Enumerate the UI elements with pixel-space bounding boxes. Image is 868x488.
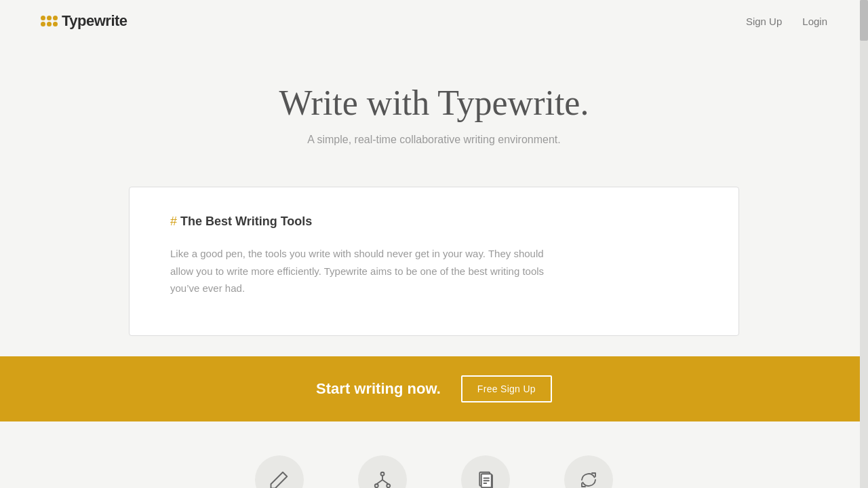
editor-body: Like a good pen, the tools you write wit…: [170, 245, 550, 297]
cta-banner: Start writing now. Free Sign Up: [0, 356, 868, 421]
hero-title: Write with Typewrite.: [14, 83, 854, 123]
feature-item-edit: [255, 455, 304, 488]
nav: Sign Up Login: [746, 16, 827, 27]
heading-hash: #: [170, 214, 177, 228]
sync-icon: [578, 470, 599, 488]
signup-link[interactable]: Sign Up: [746, 16, 782, 27]
feature-item-documents: [461, 455, 510, 488]
logo-dot: [53, 22, 58, 26]
logo-dot: [47, 16, 52, 20]
login-link[interactable]: Login: [802, 16, 827, 27]
fork-icon-circle: [358, 455, 407, 488]
editor-heading: # The Best Writing Tools: [170, 214, 698, 229]
logo-text: Typewrite: [62, 12, 127, 30]
hero-section: Write with Typewrite. A simple, real-tim…: [0, 42, 868, 166]
scrollbar-track[interactable]: [860, 0, 868, 488]
feature-item-sync: [564, 455, 613, 488]
scrollbar-thumb[interactable]: [860, 0, 868, 41]
features-section: [0, 421, 868, 488]
sync-icon-circle: [564, 455, 613, 488]
logo: Typewrite: [41, 12, 127, 30]
logo-dot: [53, 16, 58, 20]
free-signup-button[interactable]: Free Sign Up: [461, 375, 552, 402]
hero-subtitle: A simple, real-time collaborative writin…: [14, 134, 854, 146]
logo-dot: [41, 16, 45, 20]
documents-icon-circle: [461, 455, 510, 488]
cta-text: Start writing now.: [316, 380, 441, 398]
logo-dot: [47, 22, 52, 26]
editor-preview: # The Best Writing Tools Like a good pen…: [129, 187, 739, 336]
svg-line-4: [376, 480, 382, 484]
fork-icon: [372, 470, 393, 488]
heading-text: The Best Writing Tools: [177, 214, 312, 228]
svg-line-5: [382, 480, 389, 484]
header: Typewrite Sign Up Login: [0, 0, 868, 42]
logo-dots: [41, 16, 58, 26]
documents-icon: [475, 470, 496, 488]
feature-item-collaborate: [358, 455, 407, 488]
pencil-icon-circle: [255, 455, 304, 488]
logo-dot: [41, 22, 45, 26]
pencil-icon: [269, 470, 290, 488]
